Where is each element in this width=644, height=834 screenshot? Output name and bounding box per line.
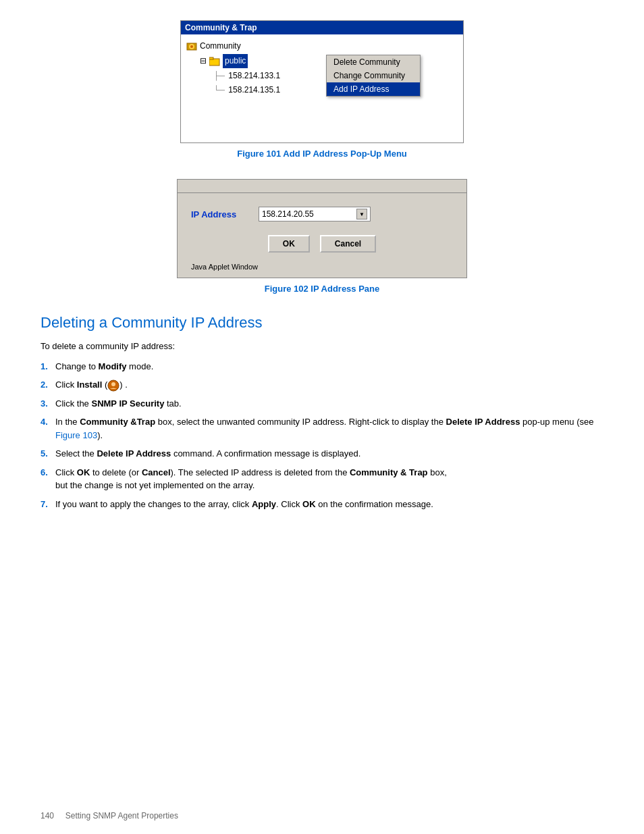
svg-point-6 [111,382,115,386]
ip-address-input[interactable] [262,209,356,219]
dialog-titlebar [178,180,466,193]
step-6-cancel: Cancel [142,467,171,477]
folder-icon [209,56,220,67]
ip-input-wrapper[interactable]: ▼ [259,207,371,221]
step-4: 4. In the Community &Trap box, select th… [41,415,603,442]
window-content: Community ⊟ public [181,34,463,142]
section-heading: Deleting a Community IP Address [41,314,603,332]
step-4-delete: Delete IP Address [446,417,520,427]
section-intro: To delete a community IP address: [41,340,603,353]
cancel-button[interactable]: Cancel [320,235,376,253]
figure-101-caption: Figure 101 Add IP Address Pop-Up Menu [41,149,603,159]
step-5-number: 5. [41,447,55,461]
svg-rect-4 [209,57,213,59]
window-titlebar: Community & Trap [181,21,463,34]
tree-root-label: Community [200,40,241,53]
dropdown-arrow-icon[interactable]: ▼ [356,209,367,219]
step-1-number: 1. [41,360,55,373]
step-6-ok: OK [77,467,90,477]
context-menu[interactable]: Delete Community Change Community Add IP… [326,55,421,97]
step-2-install: Install [77,380,103,390]
community-trap-window: Community & Trap Community [180,20,464,143]
step-3-content: Click the SNMP IP Security tab. [55,397,603,411]
steps-list: 1. Change to Modify mode. 2. Click Insta… [41,360,603,511]
step-6: 6. Click OK to delete (or Cancel). The s… [41,466,603,492]
step-2-number: 2. [41,378,55,392]
context-menu-add-ip[interactable]: Add IP Address [327,82,420,96]
step-7: 7. If you want to apply the changes to t… [41,498,603,511]
step-4-content: In the Community &Trap box, select the u… [55,415,603,442]
step-7-content: If you want to apply the changes to the … [55,498,603,511]
section-deleting: Deleting a Community IP Address To delet… [41,314,603,511]
step-7-apply: Apply [252,499,276,509]
page-footer: 140 Setting SNMP Agent Properties [41,811,178,820]
step-4-link: Figure 103 [55,430,97,440]
step-3: 3. Click the SNMP IP Security tab. [41,397,603,411]
step-2: 2. Click Install ( ) . [41,378,603,392]
context-menu-change-community[interactable]: Change Community [327,69,420,82]
step-6-number: 6. [41,466,55,479]
step-3-number: 3. [41,397,55,411]
step-5-delete-cmd: Delete IP Address [97,448,171,459]
figure-102-caption: Figure 102 IP Address Pane [41,284,603,294]
page-number: 140 [41,811,54,820]
step-4-number: 4. [41,415,55,429]
step-5-content: Select the Delete IP Address command. A … [55,447,603,461]
figure-101-container: Community & Trap Community [41,20,603,159]
step-1-modify: Modify [99,361,127,371]
dialog-buttons: OK Cancel [191,235,453,253]
ip-address-dialog: IP Address ▼ OK Cancel Java Applet Windo… [177,179,467,278]
step-3-tab: SNMP IP Security [91,398,164,409]
step-7-ok: OK [302,499,316,509]
step-7-number: 7. [41,498,55,511]
step-6-community-trap: Community & Trap [350,467,428,477]
window-title: Community & Trap [185,23,257,32]
dialog-body: IP Address ▼ OK Cancel Java Applet Windo… [178,193,466,278]
step-6-content: Click OK to delete (or Cancel). The sele… [55,466,603,492]
java-applet-label: Java Applet Window [191,263,453,271]
step-1-content: Change to Modify mode. [55,360,603,373]
ip-address-label: IP Address [191,209,259,219]
ip-address-row: IP Address ▼ [191,207,453,221]
figure-102-container: IP Address ▼ OK Cancel Java Applet Windo… [41,179,603,294]
step-1: 1. Change to Modify mode. [41,360,603,373]
svg-point-2 [190,45,193,48]
context-menu-delete-community[interactable]: Delete Community [327,55,420,69]
ok-button[interactable]: OK [268,235,310,253]
tree-public-label[interactable]: public [223,54,248,68]
step-4-community: Community &Trap [80,417,155,427]
footer-text: Setting SNMP Agent Properties [65,811,178,820]
step-5: 5. Select the Delete IP Address command.… [41,447,603,461]
step-2-content: Click Install ( ) . [55,378,603,392]
community-icon [186,41,197,52]
step-2-icon-wrapper: ( ) [105,380,125,390]
